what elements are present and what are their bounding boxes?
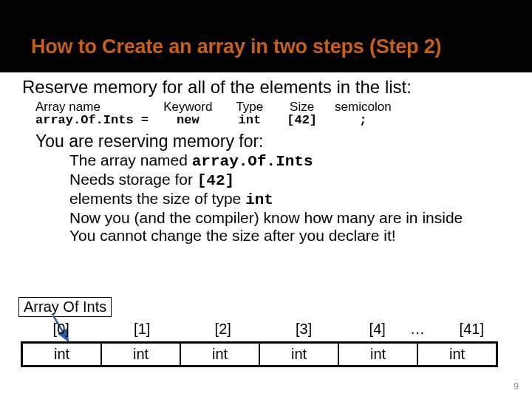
line-1-code: array.Of.Ints [192,153,313,170]
label-arrayname: Array name [35,100,156,114]
code-arrayname: array.Of.Ints = [35,114,156,127]
heading-reserve: Reserve memory for all of the elements i… [22,77,525,98]
cell-5: int [418,344,496,365]
line-3-code: int [245,191,273,208]
index-41: [41] [432,321,512,338]
array-label-box: Array Of Ints [18,297,112,317]
index-3: [3] [263,321,344,338]
col-semicolon: semicolon ; [335,100,392,127]
code-declaration-row: Array name array.Of.Ints = Keyword new T… [35,100,525,127]
slide-title: How to Create an array in two steps (Ste… [31,35,441,58]
label-type: Type [236,100,263,114]
line-3: elements the size of type int [69,190,525,209]
line-2: Needs storage for [42] [69,171,525,190]
ellipsis: … [410,321,425,338]
index-row: [0] [1] [2] [3] [4] [41] [21,321,512,338]
line-3-text: elements the size of type [69,190,245,207]
line-2-text: Needs storage for [69,171,197,188]
cell-4: int [339,344,418,365]
line-5: You cannot change the size after you dec… [69,227,525,245]
code-keyword: new [163,114,212,127]
cell-2: int [181,344,260,365]
page-number: 9 [514,381,519,392]
slide: How to Create an array in two steps (Ste… [0,0,532,399]
code-semicolon: ; [335,114,392,127]
col-arrayname: Array name array.Of.Ints = [35,100,156,127]
bullet-list: The array named array.Of.Ints Needs stor… [69,151,525,245]
index-4: [4] [344,321,411,338]
code-type: int [236,114,263,127]
array-cells: int int int int int int [21,341,498,367]
line-1: The array named array.Of.Ints [69,151,525,171]
cell-0: int [23,344,102,365]
heading-reserving-for: You are reserving memory for: [35,132,525,151]
label-size: Size [287,100,317,114]
cell-3: int [260,344,339,365]
line-1-text: The array named [69,151,192,168]
cell-1: int [102,344,181,365]
content-area: Reserve memory for all of the elements i… [22,77,525,245]
title-bar: How to Create an array in two steps (Ste… [0,0,532,72]
index-0: [0] [21,321,101,338]
index-2: [2] [183,321,263,338]
col-size: Size [42] [287,100,317,127]
label-keyword: Keyword [163,100,212,114]
label-semicolon: semicolon [335,100,392,114]
index-1: [1] [101,321,182,338]
line-2-code: [42] [197,172,234,189]
col-keyword: Keyword new [163,100,212,127]
line-4: Now you (and the compiler) know how many… [69,209,525,227]
code-size: [42] [287,114,317,127]
col-type: Type int [236,100,263,127]
